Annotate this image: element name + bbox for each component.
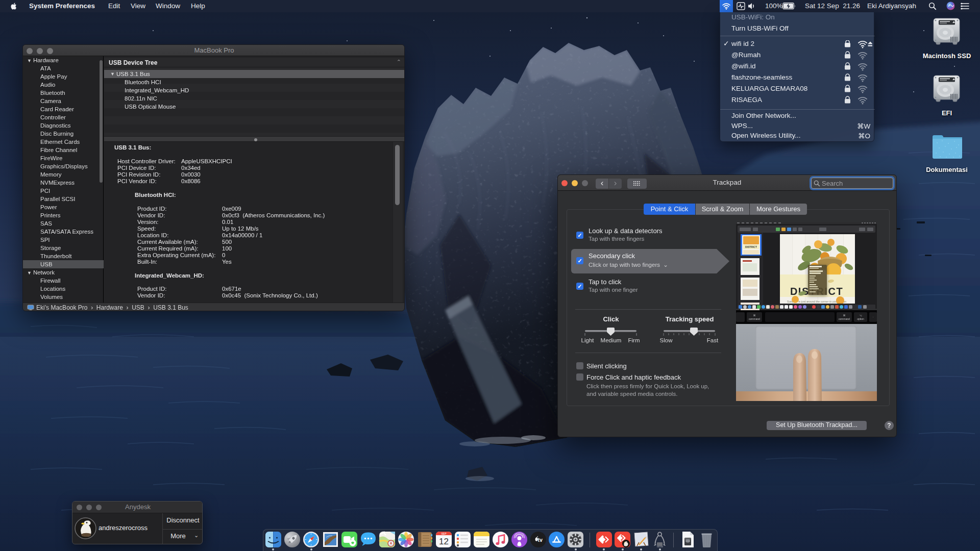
svg-text:tv: tv: [537, 537, 542, 543]
svg-text:SEP: SEP: [441, 532, 447, 535]
svg-text:12: 12: [439, 537, 449, 546]
